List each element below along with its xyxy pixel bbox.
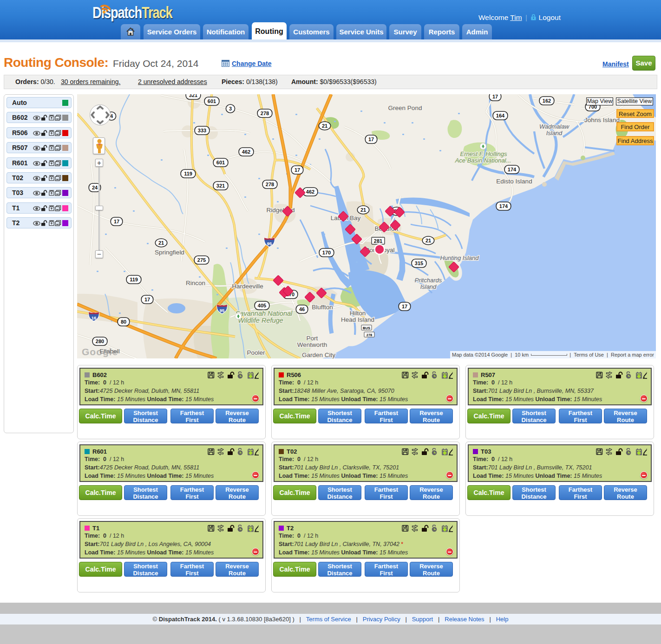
svg-text:21: 21 [158, 240, 164, 246]
svg-text:17: 17 [295, 167, 300, 173]
svg-text:Hilton: Hilton [350, 310, 366, 317]
svg-text:Island: Island [546, 130, 563, 137]
svg-text:16: 16 [92, 315, 97, 320]
svg-text:119: 119 [130, 277, 138, 282]
svg-text:95: 95 [267, 241, 272, 246]
svg-text:Wentworth: Wentworth [297, 341, 327, 348]
svg-text:Rincon: Rincon [186, 280, 205, 286]
svg-text:17: 17 [402, 304, 407, 309]
svg-text:275: 275 [197, 257, 206, 263]
svg-text:21: 21 [360, 207, 366, 213]
svg-text:119: 119 [184, 171, 192, 176]
svg-text:Hunting Island: Hunting Island [440, 254, 479, 261]
svg-text:333: 333 [198, 128, 206, 133]
svg-text:462: 462 [242, 149, 250, 155]
svg-text:601: 601 [208, 98, 216, 104]
svg-text:Ace Basin National...: Ace Basin National... [455, 157, 511, 164]
svg-text:Edisto Island: Edisto Island [496, 178, 532, 185]
svg-text:46: 46 [299, 306, 305, 312]
svg-text:174: 174 [508, 167, 517, 172]
svg-text:Head Island: Head Island [341, 316, 374, 323]
svg-text:321: 321 [216, 183, 225, 189]
svg-text:405: 405 [258, 303, 266, 308]
svg-text:24: 24 [92, 185, 98, 190]
svg-text:Green Pond: Green Pond [388, 104, 422, 111]
svg-text:17: 17 [368, 137, 374, 142]
svg-text:Port: Port [307, 335, 318, 342]
svg-text:462: 462 [306, 189, 314, 195]
svg-text:95: 95 [220, 308, 225, 313]
svg-text:3: 3 [229, 106, 232, 111]
svg-text:Pritchards: Pritchards [415, 277, 442, 284]
svg-text:Savannah National: Savannah National [236, 310, 293, 317]
svg-text:278: 278 [366, 333, 373, 337]
svg-text:Johns Island: Johns Island [584, 117, 620, 124]
svg-text:Garden City: Garden City [302, 351, 335, 358]
svg-text:162: 162 [543, 98, 551, 104]
svg-text:Bluffton: Bluffton [312, 304, 333, 311]
svg-text:280: 280 [96, 338, 104, 344]
svg-text:17: 17 [114, 219, 119, 224]
svg-text:281: 281 [374, 238, 382, 244]
svg-text:Wildlife Refuge: Wildlife Refuge [238, 317, 283, 324]
svg-text:601: 601 [216, 160, 225, 165]
svg-text:321: 321 [189, 94, 197, 98]
svg-text:Wadmalaw: Wadmalaw [539, 123, 570, 130]
svg-text:174: 174 [499, 203, 508, 209]
svg-text:Ernest F. Hollings: Ernest F. Hollings [460, 150, 507, 157]
svg-text:BUS: BUS [363, 326, 370, 330]
svg-text:170: 170 [322, 250, 331, 255]
svg-text:21: 21 [425, 238, 431, 243]
svg-text:315: 315 [415, 260, 423, 266]
svg-text:278: 278 [261, 111, 269, 116]
svg-text:Springfield: Springfield [155, 249, 184, 256]
svg-text:Island: Island [420, 283, 437, 290]
svg-text:164: 164 [496, 113, 505, 118]
svg-text:21: 21 [322, 123, 327, 129]
svg-text:Hardeeville: Hardeeville [232, 283, 263, 290]
svg-text:Pooler: Pooler [247, 349, 265, 356]
svg-text:17: 17 [144, 297, 150, 302]
svg-text:278: 278 [266, 182, 274, 187]
svg-text:17: 17 [492, 94, 498, 99]
svg-text:80: 80 [121, 319, 126, 325]
